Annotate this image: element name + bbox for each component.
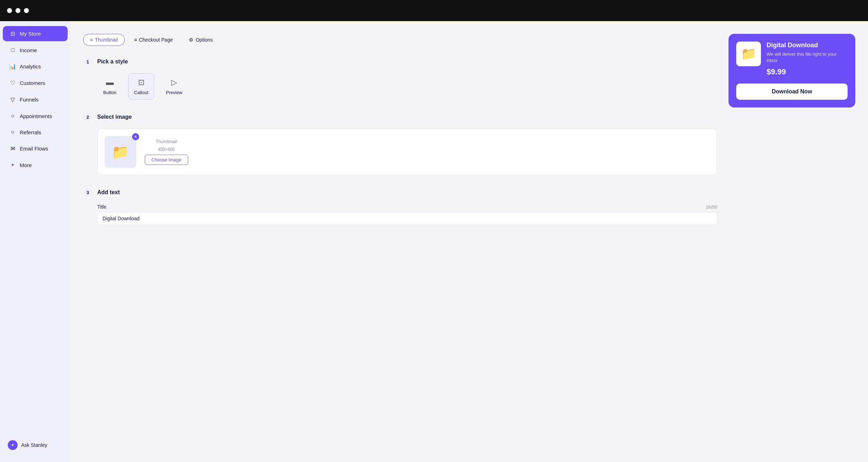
topbar (0, 0, 868, 21)
section-2-num: 2 (83, 112, 92, 122)
ask-stanley-button[interactable]: ✦ Ask Stanley (3, 437, 68, 454)
add-text-title: Add text (97, 189, 120, 196)
select-image-header: 2 Select image (83, 112, 717, 122)
analytics-icon: 📊 (9, 63, 16, 70)
product-card-info: Digital Download We will deliver this fi… (767, 42, 848, 76)
section-1-num: 1 (83, 57, 92, 66)
add-text-header: 3 Add text (83, 188, 717, 197)
more-icon: + (9, 162, 16, 168)
image-preview: × 📁 (105, 136, 136, 168)
product-card-title: Digital Download (767, 42, 848, 49)
style-callout[interactable]: ⊡ Callout (128, 73, 154, 100)
window-dot-1 (7, 8, 12, 13)
title-text-input[interactable] (97, 212, 717, 225)
remove-image-button[interactable]: × (132, 133, 139, 140)
product-card-image: 📁 (736, 42, 761, 66)
stanley-avatar: ✦ (8, 440, 18, 450)
title-char-counter: 16/50 (706, 204, 717, 210)
text-section-content: Title 16/50 (97, 204, 717, 225)
product-folder-icon: 📁 (741, 47, 757, 61)
pick-style-section: 1 Pick a style ▬ Button ⊡ Callout (83, 57, 717, 100)
options-tab-icon: ⚙ (189, 37, 193, 43)
sidebar-item-customers[interactable]: ♡ Customers (3, 75, 68, 91)
sidebar-item-funnels[interactable]: ▽ Funnels (3, 92, 68, 107)
sidebar-item-referrals[interactable]: ○ Referrals (3, 125, 68, 140)
style-preview[interactable]: ▷ Preview (160, 73, 188, 100)
thumbnail-tab-icon: ≡ (90, 37, 93, 43)
sidebar-item-email-flows[interactable]: ✉ Email Flows (3, 141, 68, 156)
window-dot-3 (24, 8, 29, 13)
style-options: ▬ Button ⊡ Callout ▷ Preview (97, 73, 717, 100)
appointments-icon: ○ (9, 113, 16, 119)
tab-bar: ≡ Thumbnail ≡ Checkout Page ⚙ Options (83, 34, 717, 46)
thumbnail-size: 400×400 (158, 147, 175, 152)
pick-style-title: Pick a style (97, 58, 128, 65)
add-text-section: 3 Add text Title 16/50 (83, 188, 717, 225)
income-icon: □ (9, 47, 16, 53)
download-now-button[interactable]: Download Now (736, 84, 848, 100)
referrals-icon: ○ (9, 129, 16, 135)
tab-checkout-page[interactable]: ≡ Checkout Page (128, 34, 180, 46)
product-card: 📁 Digital Download We will deliver this … (728, 34, 855, 107)
sidebar-item-more[interactable]: + More (3, 158, 68, 172)
email-flows-icon: ✉ (9, 145, 16, 152)
image-upload-area: Thumbnail 400×400 Choose Image (145, 139, 188, 165)
window-dot-2 (16, 8, 20, 13)
sidebar-item-income[interactable]: □ Income (3, 43, 68, 57)
folder-icon: 📁 (112, 144, 129, 160)
product-card-inner: 📁 Digital Download We will deliver this … (736, 42, 848, 76)
sidebar: ⊟ My Store □ Income 📊 Analytics ♡ Custom… (0, 21, 70, 462)
sidebar-item-my-store[interactable]: ⊟ My Store (3, 26, 68, 41)
pick-style-header: 1 Pick a style (83, 57, 717, 66)
funnels-icon: ▽ (9, 96, 16, 103)
preview-style-icon: ▷ (171, 78, 177, 87)
sidebar-item-analytics[interactable]: 📊 Analytics (3, 59, 68, 74)
notice-bar (70, 21, 868, 24)
section-3-num: 3 (83, 188, 92, 197)
tab-options[interactable]: ⚙ Options (182, 34, 219, 46)
sidebar-bottom: ✦ Ask Stanley (0, 432, 70, 458)
page-content: ≡ Thumbnail ≡ Checkout Page ⚙ Options (70, 24, 868, 462)
main-panel: ≡ Thumbnail ≡ Checkout Page ⚙ Options (83, 34, 717, 452)
title-field-row: Title 16/50 (97, 204, 717, 210)
main-layout: ⊟ My Store □ Income 📊 Analytics ♡ Custom… (0, 21, 868, 462)
choose-image-button[interactable]: Choose Image (145, 155, 188, 165)
image-section-content: × 📁 Thumbnail 400×400 Choose Image (97, 129, 717, 175)
sidebar-item-appointments[interactable]: ○ Appointments (3, 109, 68, 123)
title-field-label: Title (97, 204, 106, 210)
customers-icon: ♡ (9, 80, 16, 86)
product-card-desc: We will deliver this file right to your … (767, 51, 848, 64)
content-area: ≡ Thumbnail ≡ Checkout Page ⚙ Options (70, 21, 868, 462)
select-image-title: Select image (97, 114, 132, 120)
preview-panel: 📁 Digital Download We will deliver this … (728, 34, 855, 452)
tab-thumbnail[interactable]: ≡ Thumbnail (83, 34, 125, 46)
button-style-icon: ▬ (106, 78, 114, 87)
thumbnail-label: Thumbnail (156, 139, 177, 144)
style-button[interactable]: ▬ Button (97, 73, 123, 100)
callout-style-icon: ⊡ (138, 78, 144, 87)
store-icon: ⊟ (9, 30, 16, 37)
product-card-price: $9.99 (767, 67, 848, 76)
checkout-tab-icon: ≡ (134, 37, 137, 43)
select-image-section: 2 Select image × 📁 Thumbnail 400×400 Cho… (83, 112, 717, 175)
